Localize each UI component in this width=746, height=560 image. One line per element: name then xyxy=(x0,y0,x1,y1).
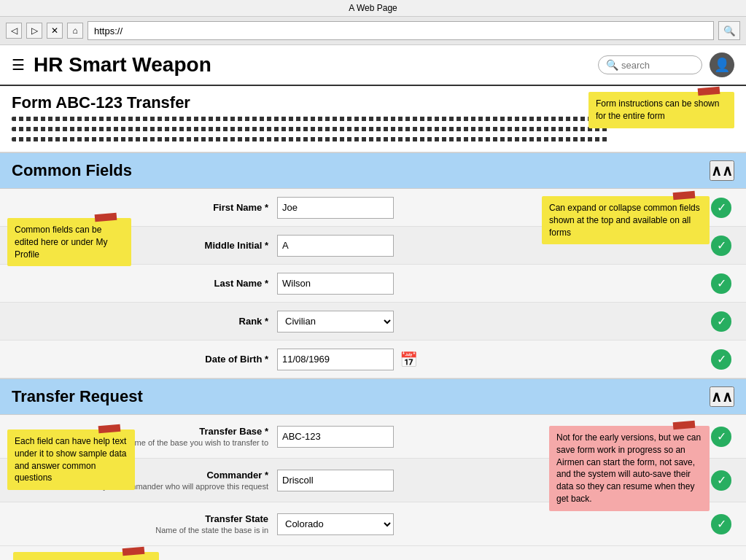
search-box: 🔍 xyxy=(598,55,702,74)
transfer-collapse-button[interactable]: ∧∧ xyxy=(710,386,734,407)
chevron-up-icon: ∧∧ xyxy=(711,163,733,179)
transfer-state-input-area: Colorado Texas California xyxy=(277,513,711,535)
common-fields-expand-note: Can expand or collapse common fields sho… xyxy=(542,196,710,244)
form-title-area: Form ABC-123 Transfer Form instructions … xyxy=(0,86,746,152)
form-desc-line-2 xyxy=(12,127,610,131)
dob-input[interactable] xyxy=(277,349,394,370)
last-name-label: Last Name * xyxy=(0,278,277,289)
first-name-label: First Name * xyxy=(0,202,277,213)
transfer-base-valid-icon: ✓ xyxy=(711,427,731,447)
common-fields-area: Common fields can be edited here or unde… xyxy=(0,189,746,378)
calendar-icon[interactable]: 📅 xyxy=(400,351,418,368)
close-button[interactable]: ✕ xyxy=(47,23,63,39)
middle-initial-input[interactable] xyxy=(277,235,394,257)
dob-row: Date of Birth * 📅 ✓ xyxy=(0,341,746,378)
back-button[interactable]: ◁ xyxy=(6,23,22,39)
last-name-input-area xyxy=(277,273,711,295)
browser-toolbar: ◁ ▷ ✕ ⌂ 🔍 xyxy=(0,17,746,45)
rank-row: Rank * Civilian E1 E2 E3 ✓ xyxy=(0,303,746,341)
dob-label: Date of Birth * xyxy=(0,354,277,365)
form-instructions-note: Form instructions can be shown for the e… xyxy=(588,92,734,128)
dob-valid-icon: ✓ xyxy=(711,349,731,370)
url-bar[interactable] xyxy=(88,21,714,40)
transfer-fields-note: Each field can have help text under it t… xyxy=(7,429,135,490)
transfer-save-note: Not for the early versions, but we can s… xyxy=(549,426,710,511)
transfer-base-input[interactable] xyxy=(277,426,394,448)
app-header: ☰ HR Smart Weapon 🔍 👤 xyxy=(0,45,746,86)
transfer-fields-area: Each field can have help text under it t… xyxy=(0,415,746,560)
last-name-valid-icon: ✓ xyxy=(711,273,731,294)
search-icon-app: 🔍 xyxy=(606,59,618,71)
common-fields-edit-note: Common fields can be edited here or unde… xyxy=(7,218,131,266)
last-name-row: Last Name * ✓ xyxy=(0,265,746,303)
forward-button[interactable]: ▷ xyxy=(26,23,42,39)
common-fields-section-header: Common Fields ∧∧ xyxy=(0,152,746,189)
rank-input-area: Civilian E1 E2 E3 xyxy=(277,311,711,332)
rank-label: Rank * xyxy=(0,316,277,327)
middle-initial-valid-icon: ✓ xyxy=(711,236,731,256)
user-icon: 👤 xyxy=(714,57,730,73)
last-name-input[interactable] xyxy=(277,273,394,295)
transfer-state-sublabel: Name of the state the base is in xyxy=(0,526,268,534)
browser-search-button[interactable]: 🔍 xyxy=(718,21,740,40)
transfer-section-header: Transfer Request ∧∧ xyxy=(0,378,746,415)
first-name-valid-icon: ✓ xyxy=(711,198,731,218)
browser-title-bar: A Web Page xyxy=(0,0,746,17)
dob-input-area: 📅 xyxy=(277,349,711,370)
rank-valid-icon: ✓ xyxy=(711,311,731,332)
home-button[interactable]: ⌂ xyxy=(67,23,83,39)
transfer-state-valid-icon: ✓ xyxy=(711,514,731,534)
user-avatar[interactable]: 👤 xyxy=(710,52,734,77)
first-name-input[interactable] xyxy=(277,197,394,219)
hamburger-icon[interactable]: ☰ xyxy=(12,56,25,74)
search-icon: 🔍 xyxy=(723,26,736,36)
app-title: HR Smart Weapon xyxy=(34,53,598,77)
common-fields-title: Common Fields xyxy=(12,161,132,180)
form-desc-line-1 xyxy=(12,117,610,121)
commander-input[interactable] xyxy=(277,470,394,491)
transfer-title: Transfer Request xyxy=(12,387,143,406)
common-fields-collapse-button[interactable]: ∧∧ xyxy=(710,160,734,181)
transfer-state-select[interactable]: Colorado Texas California xyxy=(277,513,394,535)
search-input[interactable] xyxy=(621,60,694,71)
transfer-bottom-note: Forms can have sections with headers and… xyxy=(13,552,159,560)
transfer-state-label: Transfer State xyxy=(0,513,268,524)
transfer-chevron-up-icon: ∧∧ xyxy=(711,389,733,405)
form-desc-line-3 xyxy=(12,137,610,141)
commander-valid-icon: ✓ xyxy=(711,470,731,491)
browser-title: A Web Page xyxy=(349,3,397,13)
rank-select[interactable]: Civilian E1 E2 E3 xyxy=(277,311,394,332)
